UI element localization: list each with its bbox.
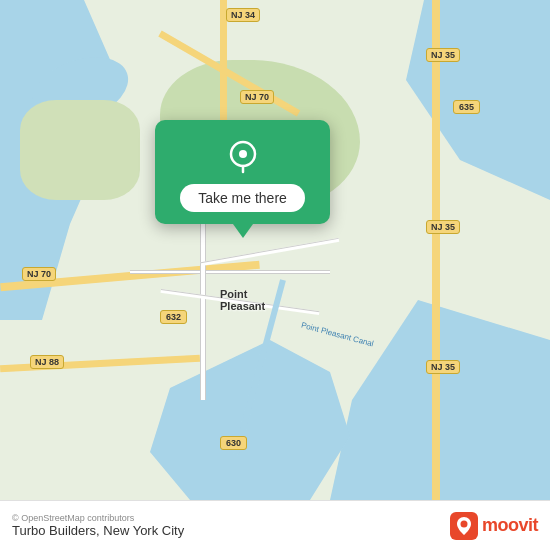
- location-pin-icon: [223, 136, 263, 176]
- moovit-logo: moovit: [450, 512, 538, 540]
- map-container[interactable]: NJ 70 NJ 88 NJ 35 NJ 35 NJ 35 NJ 34 NJ 7…: [0, 0, 550, 500]
- svg-point-1: [239, 150, 247, 158]
- popup-card: Take me there: [155, 120, 330, 224]
- bottom-left-info: © OpenStreetMap contributors Turbo Build…: [12, 513, 184, 538]
- nj35-label-low: NJ 35: [426, 360, 460, 374]
- road-nj35-vertical: [432, 0, 440, 500]
- green-area-left: [20, 100, 140, 200]
- r632-label: 632: [160, 310, 187, 324]
- nj88-label: NJ 88: [30, 355, 64, 369]
- moovit-text-label: moovit: [482, 515, 538, 536]
- road-local-2: [200, 200, 206, 400]
- attribution-text: © OpenStreetMap contributors: [12, 513, 184, 523]
- location-text: Turbo Builders, New York City: [12, 523, 184, 538]
- nj35-label-mid: NJ 35: [426, 220, 460, 234]
- svg-point-3: [460, 520, 467, 527]
- nj34-label: NJ 34: [226, 8, 260, 22]
- place-label-point-pleasant: PointPleasant: [220, 288, 265, 312]
- r630-label: 630: [220, 436, 247, 450]
- r635-label: 635: [453, 100, 480, 114]
- bottom-bar: © OpenStreetMap contributors Turbo Build…: [0, 500, 550, 550]
- nj35-label-top: NJ 35: [426, 48, 460, 62]
- moovit-icon: [450, 512, 478, 540]
- nj70-label-top: NJ 70: [240, 90, 274, 104]
- take-me-there-button[interactable]: Take me there: [180, 184, 305, 212]
- road-local-1: [130, 270, 330, 274]
- nj70-label-left: NJ 70: [22, 267, 56, 281]
